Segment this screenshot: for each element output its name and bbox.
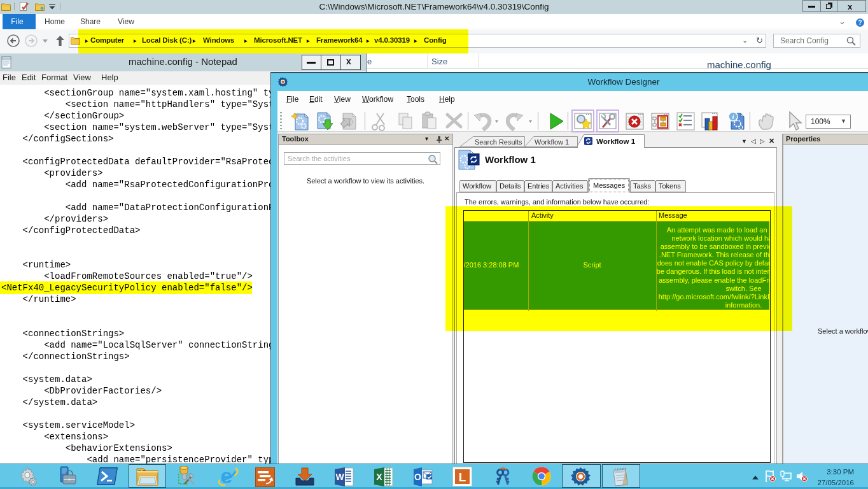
svg-text:O: O	[414, 472, 421, 482]
svg-text:W: W	[335, 472, 344, 482]
svg-text:X: X	[376, 472, 382, 482]
svg-text:L: L	[459, 471, 466, 484]
